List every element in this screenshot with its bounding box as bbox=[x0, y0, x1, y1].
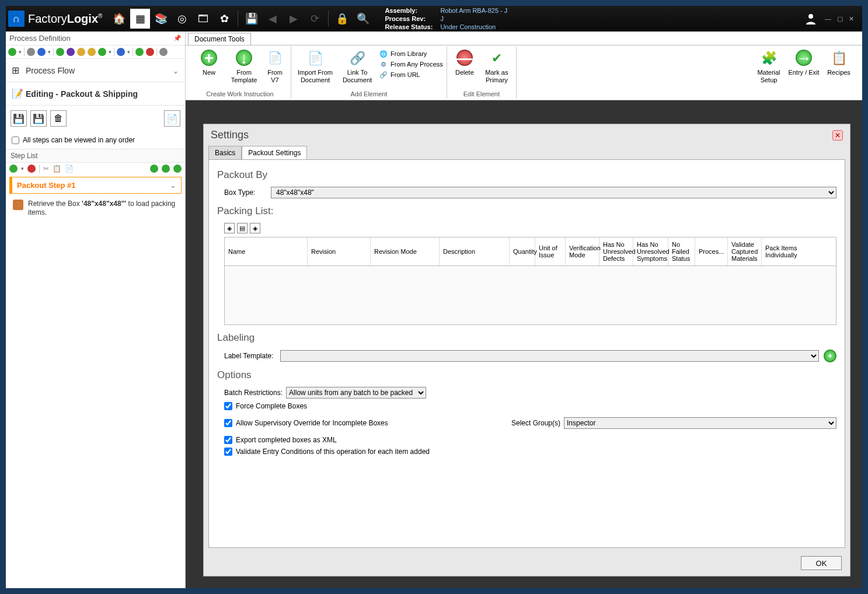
layers-icon[interactable]: 📚 bbox=[151, 9, 171, 29]
col-process[interactable]: Proces... bbox=[695, 237, 728, 265]
content: Document Tools +New ↓From Template 📄From… bbox=[186, 32, 862, 588]
pin-icon[interactable]: 📌 bbox=[173, 34, 182, 42]
export-xml-checkbox[interactable] bbox=[224, 436, 232, 444]
assembly-info: Assembly:Robot Arm RBA-825 - J Process R… bbox=[385, 6, 507, 31]
mini-icon-8[interactable] bbox=[117, 48, 125, 56]
minimize-button[interactable]: — bbox=[825, 15, 831, 23]
refresh-icon[interactable]: ⟳ bbox=[305, 9, 325, 29]
mini-icon-9[interactable] bbox=[135, 48, 144, 56]
mini-dd4[interactable]: ▾ bbox=[127, 49, 130, 55]
mini-icon-5[interactable] bbox=[77, 48, 85, 56]
col-symptoms[interactable]: Has No Unresolved Symptoms bbox=[633, 237, 668, 265]
col-failed[interactable]: No Failed Status bbox=[668, 237, 695, 265]
force-complete-checkbox[interactable] bbox=[224, 402, 232, 410]
step-copy-icon[interactable]: 📋 bbox=[53, 165, 61, 173]
search-icon[interactable]: 🔍 bbox=[353, 9, 373, 29]
from-v7-button[interactable]: 📄From V7 bbox=[263, 48, 287, 84]
save-icon[interactable]: 💾 bbox=[242, 9, 262, 29]
from-url-button[interactable]: 🔗From URL bbox=[379, 70, 443, 79]
link-doc-button[interactable]: 🔗Link To Document bbox=[338, 48, 377, 84]
mini-dd3[interactable]: ▾ bbox=[109, 49, 111, 55]
col-validate[interactable]: Validate Captured Materials bbox=[728, 237, 762, 265]
new-button[interactable]: +New bbox=[193, 48, 225, 76]
col-unit[interactable]: Unit of Issue bbox=[535, 237, 566, 265]
validate-entry-label: Validate Entry Conditions of this operat… bbox=[236, 448, 430, 456]
col-description[interactable]: Description bbox=[440, 237, 510, 265]
col-revision[interactable]: Revision bbox=[308, 237, 371, 265]
entry-exit-button[interactable]: →Entry / Exit bbox=[787, 48, 820, 76]
packing-list-title: Packing List: bbox=[217, 205, 836, 217]
mini-icon-6[interactable] bbox=[88, 48, 96, 56]
config-step-button[interactable]: 📄 bbox=[164, 110, 180, 127]
grid-icon[interactable]: ▦ bbox=[130, 9, 150, 29]
col-name[interactable]: Name bbox=[225, 237, 308, 265]
editing-row[interactable]: 📝Editing - Packout & Shipping bbox=[6, 82, 185, 105]
close-button[interactable]: ✕ bbox=[849, 15, 854, 23]
batch-restrictions-select[interactable]: Allow units from any batch to be packed bbox=[286, 387, 426, 399]
col-rev-mode[interactable]: Revision Mode bbox=[371, 237, 440, 265]
delete-step-button[interactable]: 🗑 bbox=[50, 110, 67, 127]
col-verif[interactable]: Verification Mode bbox=[566, 237, 599, 265]
step-paste-icon[interactable]: 📄 bbox=[65, 165, 74, 173]
down-arrow-icon: ⌄ bbox=[172, 66, 179, 75]
step-up-icon[interactable] bbox=[162, 165, 170, 173]
from-any-process-button[interactable]: ⚙From Any Process bbox=[379, 60, 443, 69]
allow-override-checkbox[interactable] bbox=[224, 419, 232, 427]
from-template-button[interactable]: ↓From Template bbox=[228, 48, 260, 84]
nav-fwd-icon[interactable]: ▶ bbox=[284, 9, 304, 29]
ok-button[interactable]: OK bbox=[801, 556, 842, 570]
from-library-button[interactable]: 🌐From Library bbox=[379, 49, 443, 58]
mini-dd1[interactable]: ▾ bbox=[19, 49, 22, 55]
col-defects[interactable]: Has No Unresolved Defects bbox=[599, 237, 633, 265]
nav-back-icon[interactable]: ◀ bbox=[263, 9, 283, 29]
validate-entry-checkbox[interactable] bbox=[224, 448, 232, 456]
tab-basics[interactable]: Basics bbox=[208, 146, 242, 159]
window-icon[interactable]: 🗔 bbox=[193, 9, 213, 29]
step-add-icon[interactable] bbox=[9, 165, 18, 173]
material-setup-button[interactable]: 🧩Material Setup bbox=[752, 48, 785, 84]
step-dd[interactable]: ▾ bbox=[21, 166, 24, 172]
step-description[interactable]: Retrieve the Box '48"x48"x48"' to load p… bbox=[6, 196, 185, 221]
mini-icon-11[interactable] bbox=[159, 48, 168, 56]
maximize-button[interactable]: ▢ bbox=[837, 15, 843, 23]
tab-packout-settings[interactable]: Packout Settings bbox=[242, 146, 307, 159]
tab-document-tools[interactable]: Document Tools bbox=[188, 33, 251, 45]
box-type-select[interactable]: 48"x48"x48" bbox=[271, 187, 836, 198]
save-step-button[interactable]: 💾 bbox=[11, 110, 27, 127]
step-refresh-icon[interactable] bbox=[150, 165, 158, 173]
step-cut-icon[interactable]: ✂ bbox=[43, 165, 49, 173]
mini-icon-1[interactable] bbox=[27, 48, 35, 56]
home-icon[interactable]: 🏠 bbox=[109, 9, 129, 29]
all-steps-checkbox[interactable] bbox=[12, 137, 19, 144]
mini-icon-4[interactable] bbox=[67, 48, 75, 56]
mini-icon-7[interactable] bbox=[98, 48, 106, 56]
saveas-step-button[interactable]: 💾 bbox=[30, 110, 47, 127]
mark-primary-button[interactable]: ✔Mark as Primary bbox=[481, 48, 513, 84]
close-settings-button[interactable]: ✕ bbox=[832, 130, 843, 141]
user-icon[interactable] bbox=[803, 11, 819, 27]
step-item-1[interactable]: Packout Step #1 ⌄ bbox=[9, 177, 182, 194]
select-group-select[interactable]: Inspector bbox=[564, 417, 836, 429]
mini-icon-3[interactable] bbox=[56, 48, 64, 56]
pl-icon-1[interactable]: ◈ bbox=[224, 223, 235, 233]
label-template-select[interactable] bbox=[280, 350, 819, 362]
import-doc-button[interactable]: 📄Import From Document bbox=[295, 48, 336, 84]
process-flow-row[interactable]: ⊞Process Flow ⌄ bbox=[6, 58, 185, 82]
mini-dd2[interactable]: ▾ bbox=[48, 49, 51, 55]
gear-icon[interactable]: ✿ bbox=[214, 9, 234, 29]
recipes-button[interactable]: 📋Recipes bbox=[822, 48, 855, 76]
step-down-icon[interactable] bbox=[173, 165, 182, 173]
pl-icon-3[interactable]: ◈ bbox=[250, 223, 260, 233]
mini-icon-10[interactable] bbox=[146, 48, 154, 56]
target-icon[interactable]: ◎ bbox=[172, 9, 192, 29]
pl-icon-2[interactable]: ▤ bbox=[237, 223, 247, 233]
mini-add-icon[interactable] bbox=[8, 48, 16, 56]
lock-icon[interactable]: 🔒 bbox=[332, 9, 352, 29]
packing-list-body[interactable] bbox=[225, 266, 836, 324]
col-pack[interactable]: Pack Items Individually bbox=[762, 237, 794, 265]
mini-icon-2[interactable] bbox=[37, 48, 46, 56]
col-quantity[interactable]: Quantity bbox=[510, 237, 535, 265]
delete-button[interactable]: —Delete bbox=[451, 48, 479, 76]
step-del-icon[interactable] bbox=[27, 165, 36, 173]
add-label-template-button[interactable]: + bbox=[824, 350, 836, 362]
